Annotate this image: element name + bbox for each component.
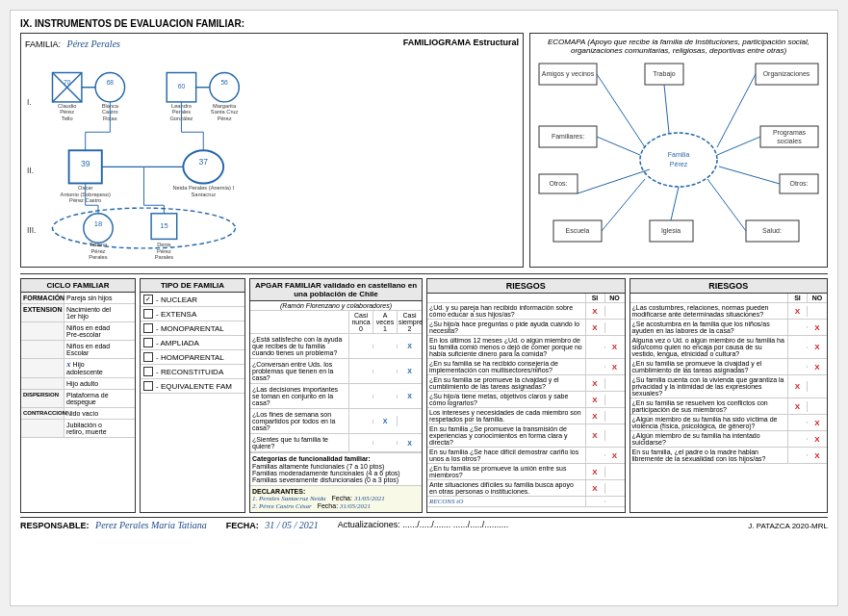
svg-point-32 [183,150,223,183]
familiograma-svg: I. II. III. 70 Claudio Pérez Tello 68 Bl… [25,49,519,261]
ecomapa-block: ECOMAPA (Apoyo que recibe la familia de … [529,33,828,268]
svg-line-92 [671,187,679,220]
tipo-row-monoparental: - MONOPARENTAL [141,321,244,336]
svg-text:Pérez: Pérez [157,248,171,254]
riesgos-right-row-8: ¿Algún miembro de su familia ha intentad… [630,431,828,448]
ciclo-event-jubilacion: Jubilación oretiro, muerte [64,420,135,437]
riesgos-right-row-1: ¿Las costumbres, relaciones, normas pued… [630,303,828,320]
ciclo-stage-contraccion: CONTRACCION [21,408,64,419]
tipo-label-homoparental: - HOMOPARENTAL [156,353,224,362]
svg-text:68: 68 [107,79,115,86]
top-section: FAMILIA: Pérez Perales FAMILIOGRAMA Estr… [20,33,828,274]
declarantes-title: DECLARANTES: [252,488,420,495]
riesgos-right-row-4: ¿En su familia se promueve la civajdad y… [630,359,828,375]
svg-text:Amigos y vecinos: Amigos y vecinos [542,70,595,78]
ciclo-stage-formacion: FORMACIÓN [21,293,64,303]
riesgos-left-row-6: ¿Su hijo/a tiene metas, objetivos claros… [427,392,625,408]
responsable-label: RESPONSABLE: Perez Perales Maria Tatiana [20,520,207,530]
author-note: J. PATAZCA 2020-MRL [748,522,828,530]
categoria-3: Familias severamente disfuncionales (0 a… [252,476,420,483]
responsable-bar: RESPONSABLE: Perez Perales Maria Tatiana… [20,517,828,530]
tipo-check-extensa [143,309,153,319]
svg-text:60: 60 [178,83,186,90]
svg-text:37: 37 [198,157,208,167]
ciclo-row: FORMACIÓN Pareja sin hijos [21,293,135,304]
svg-text:Trabajo: Trabajo [653,70,676,78]
ciclo-row: CONTRACCION Nido vacío [21,408,135,420]
tipo-row-homoparental: - HOMOPARENTAL [141,350,244,365]
riesgos-left-row-4: ¿En su familia se ha recibido consejería… [427,359,625,375]
apgar-q1-row: ¿Está satisfecho con la ayuda que recibe… [250,334,422,359]
svg-text:Pérez: Pérez [218,116,232,121]
apgar-block: APGAR FAMILIAR validado en castellano en… [249,278,423,513]
svg-point-10 [95,73,124,102]
svg-text:18: 18 [94,219,102,228]
svg-text:Denis: Denis [157,242,171,247]
apgar-q3-row: ¿Las decisiones importantes se toman en … [250,384,422,409]
actualizaciones: Actualizaciones: ....../...../....... ..… [338,520,509,530]
svg-text:Otros:: Otros: [549,180,567,187]
tipo-familia-header: TIPO DE FAMILIA [141,279,244,293]
svg-text:39: 39 [81,159,90,168]
svg-text:Pérez: Pérez [670,161,688,167]
ciclo-event-escolar: Niños en edadEscolar [64,341,135,358]
svg-text:Salud:: Salud: [762,227,782,234]
tipo-check-ampliada [143,338,153,347]
ciclo-row: Niños en edadEscolar [21,341,135,359]
familiograma-title: FAMILIOGRAMA Estructural [403,38,519,47]
apgar-col-headers: Casi nunca 0 A veces 1 Casi siempre 2 [250,311,422,334]
riesgos-left-header: RIESGOS [427,279,625,294]
svg-line-89 [717,137,760,155]
categoria-2: Familias moderadamente funcionales (4 a … [252,470,420,476]
svg-text:15: 15 [160,221,167,230]
riesgos-right-row-6: ¿En su familia se resuelven los conflict… [630,398,828,415]
tipo-familia-block: TIPO DE FAMILIA ✓ - NUCLEAR - EXTENSA - … [140,278,245,513]
tipo-check-homoparental [143,352,153,362]
apgar-header: APGAR FAMILIAR validado en castellano en… [250,279,422,301]
ciclo-event-adulto: Hijo adulto [64,378,135,389]
categoria-1: Familias altamente funcionales (7 a 10 p… [252,463,420,470]
ciclo-event-preescolar: Niños en edadPre-escolar [64,322,135,340]
responsable-value: Perez Perales Maria Tatiana [95,520,207,530]
ciclo-stage-dispersion: DISPERSION [21,390,64,407]
svg-text:Claudio: Claudio [58,103,76,109]
tipo-label-ampliada: - AMPLIADA [156,339,199,347]
riesgos-left-row-2: ¿Su hijo/a hace preguntas o pide ayuda c… [427,320,625,336]
page-title: IX. INSTRUMENTOS DE EVALUACION FAMILIAR: [20,18,828,29]
ecomapa-svg: Familia Pérez Amigos y vecinos Trabajo O… [534,59,823,251]
tipo-check-reconstituida [143,367,153,376]
riesgos-left-row-3: En los últimos 12 meses ¿Ud. o algún mie… [427,336,625,359]
apgar-q4-row: ¿Los fines de semana son compartidos por… [250,409,422,434]
familia-label: FAMILIA: Pérez Perales [25,38,120,49]
svg-point-44 [53,208,236,248]
riesgos-left-row-10: ¿En tu familia se promueve la unión entr… [427,464,625,480]
tipo-row-reconstituida: - RECONSTITUIDA [141,365,244,379]
ciclo-event-nacimiento: Nacimiento del1er hijo [64,304,135,321]
fecha-value: 31 / 05 / 2021 [265,520,319,530]
declarantes-block: DECLARANTES: 1. Perales Santacruz Neida … [250,485,422,512]
ciclo-event-formacion: Pareja sin hijos [64,293,135,303]
familia-value: Pérez Perales [67,38,120,49]
tipo-row-nuclear: ✓ - NUCLEAR [141,293,244,307]
bottom-section: CICLO FAMILIAR FORMACIÓN Pareja sin hijo… [20,278,828,513]
riesgos-left-row-7: Los intereses y necesidades de cada miem… [427,408,625,424]
svg-text:Escuela: Escuela [566,227,590,234]
svg-line-93 [707,179,746,231]
tipo-row-ampliada: - AMPLIADA [141,336,244,350]
ecomapa-title: ECOMAPA (Apoyo que recibe la familia de … [534,38,823,55]
riesgos-right-row-5: ¿Su familia cuenta con la vivienda que g… [630,375,828,398]
tipo-row-equivalente: - EQUIVALENTE FAM [141,379,244,394]
svg-line-90 [578,169,650,193]
riesgos-right-row-7: ¿Algún miembro de su familia ha sido víc… [630,415,828,431]
categorias-block: Categorías de funcionalidad familiar: Fa… [250,452,422,485]
svg-text:Santa Cruz: Santa Cruz [211,109,239,115]
svg-text:Parales: Parales [155,254,173,260]
riesgos-left-row-recons: RECONS tO [427,497,625,507]
riesgos-right-col-headers: SI NO [630,294,828,303]
ciclo-event-despegue: Plataforma dedespegue [64,390,135,407]
svg-text:Santacruz: Santacruz [191,192,216,197]
svg-text:Programas: Programas [773,129,807,137]
svg-line-87 [717,74,756,147]
tipo-check-equivalente [143,381,153,391]
ciclo-row: Hijo adulto [21,378,135,390]
